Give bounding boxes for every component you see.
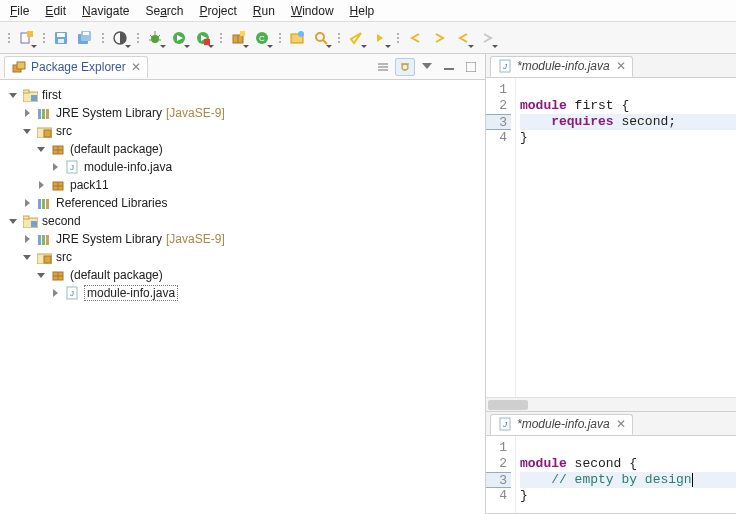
java-file-icon: J: [497, 58, 513, 74]
forward-button[interactable]: [428, 27, 450, 49]
new-class-button[interactable]: C: [251, 27, 273, 49]
expand-icon[interactable]: [50, 162, 60, 172]
project-node-second[interactable]: second: [4, 212, 481, 230]
menu-edit[interactable]: Edit: [39, 2, 72, 20]
expand-icon[interactable]: [22, 126, 32, 136]
menu-navigate[interactable]: Navigate: [76, 2, 135, 20]
expand-icon[interactable]: [36, 144, 46, 154]
default-package-node[interactable]: (default package): [4, 140, 481, 158]
workbench: Package Explorer ✕: [0, 54, 736, 514]
menu-bar: File Edit Navigate Search Project Run Wi…: [0, 0, 736, 22]
debug-button[interactable]: [144, 27, 166, 49]
svg-text:C: C: [259, 34, 265, 43]
tab-label: *module-info.java: [517, 59, 610, 73]
svg-point-9: [151, 35, 159, 43]
code-line: }: [520, 130, 736, 146]
minimize-button[interactable]: [439, 58, 459, 76]
svg-rect-58: [38, 235, 41, 245]
search-button[interactable]: [310, 27, 332, 49]
project-label: first: [42, 88, 61, 102]
src-folder-node[interactable]: src: [4, 248, 481, 266]
save-all-button[interactable]: [74, 27, 96, 49]
java-file-icon: J: [64, 159, 80, 175]
open-type-button[interactable]: [286, 27, 308, 49]
editor-tab[interactable]: J *module-info.java ✕: [490, 56, 633, 77]
library-icon: [36, 195, 52, 211]
menu-window[interactable]: Window: [285, 2, 340, 20]
collapse-all-button[interactable]: [373, 58, 393, 76]
code-line: module first {: [520, 98, 736, 114]
expand-icon[interactable]: [22, 252, 32, 262]
svg-marker-33: [422, 63, 432, 69]
expand-icon[interactable]: [36, 180, 46, 190]
svg-rect-52: [38, 199, 41, 209]
main-toolbar: C: [0, 22, 736, 54]
code-area[interactable]: module second { // empty by design }: [516, 436, 736, 513]
svg-rect-38: [31, 95, 37, 101]
project-label: second: [42, 214, 81, 228]
view-tab[interactable]: Package Explorer ✕: [4, 56, 148, 78]
java-file-icon: J: [64, 285, 80, 301]
editor-tab[interactable]: J *module-info.java ✕: [490, 414, 633, 435]
svg-rect-62: [44, 256, 51, 263]
view-menu-button[interactable]: [417, 58, 437, 76]
close-icon[interactable]: ✕: [616, 59, 626, 73]
java-project-icon: [22, 87, 38, 103]
svg-rect-1: [27, 31, 33, 37]
view-header: Package Explorer ✕: [0, 54, 485, 80]
run-button[interactable]: [168, 27, 190, 49]
default-package-node[interactable]: (default package): [4, 266, 481, 284]
menu-project[interactable]: Project: [193, 2, 242, 20]
package-tree[interactable]: first JRE System Library [JavaSE-9] src …: [0, 80, 485, 514]
grip-icon: [41, 27, 46, 49]
expand-icon[interactable]: [22, 234, 32, 244]
nav-fwd-dd[interactable]: [476, 27, 498, 49]
grip-icon: [277, 27, 282, 49]
coverage-button[interactable]: [192, 27, 214, 49]
java-file-node[interactable]: J module-info.java: [4, 158, 481, 176]
menu-file[interactable]: File: [4, 2, 35, 20]
toggle-mark-button[interactable]: [345, 27, 367, 49]
perspective-button[interactable]: [109, 27, 131, 49]
maximize-button[interactable]: [461, 58, 481, 76]
horizontal-scrollbar[interactable]: [486, 397, 736, 411]
expand-icon[interactable]: [8, 90, 18, 100]
jre-library-node[interactable]: JRE System Library [JavaSE-9]: [4, 230, 481, 248]
expand-icon[interactable]: [22, 198, 32, 208]
close-icon[interactable]: ✕: [616, 417, 626, 431]
new-button[interactable]: [15, 27, 37, 49]
menu-search[interactable]: Search: [139, 2, 189, 20]
editor-area: J *module-info.java ✕ 1 2 3 4 module fir…: [486, 54, 736, 514]
expand-icon[interactable]: [36, 270, 46, 280]
grip-icon: [218, 27, 223, 49]
reflib-label: Referenced Libraries: [56, 196, 167, 210]
package-node-pack11[interactable]: pack11: [4, 176, 481, 194]
jre-library-node[interactable]: JRE System Library [JavaSE-9]: [4, 104, 481, 122]
close-icon[interactable]: ✕: [131, 60, 141, 74]
expand-icon[interactable]: [8, 216, 18, 226]
new-package-button[interactable]: [227, 27, 249, 49]
code-line: module second {: [520, 456, 736, 472]
code-area[interactable]: module first { requires second; }: [516, 78, 736, 397]
nav-back-dd[interactable]: [452, 27, 474, 49]
src-folder-node[interactable]: src: [4, 122, 481, 140]
referenced-libraries-node[interactable]: Referenced Libraries: [4, 194, 481, 212]
expand-icon[interactable]: [50, 288, 60, 298]
save-button[interactable]: [50, 27, 72, 49]
expand-icon[interactable]: [22, 108, 32, 118]
svg-marker-30: [377, 34, 383, 42]
view-title: Package Explorer: [31, 60, 126, 74]
editor-body[interactable]: 1 2 3 4 module second { // empty by desi…: [486, 436, 736, 513]
link-editor-button[interactable]: [395, 58, 415, 76]
menu-run[interactable]: Run: [247, 2, 281, 20]
svg-rect-57: [31, 221, 37, 227]
next-annotation-button[interactable]: [369, 27, 391, 49]
package-label: (default package): [70, 142, 163, 156]
editor-tabbar: J *module-info.java ✕: [486, 54, 736, 78]
back-button[interactable]: [404, 27, 426, 49]
text-caret: [692, 473, 693, 487]
project-node-first[interactable]: first: [4, 86, 481, 104]
editor-body[interactable]: 1 2 3 4 module first { requires second; …: [486, 78, 736, 397]
menu-help[interactable]: Help: [344, 2, 381, 20]
java-file-node[interactable]: J module-info.java: [4, 284, 481, 302]
